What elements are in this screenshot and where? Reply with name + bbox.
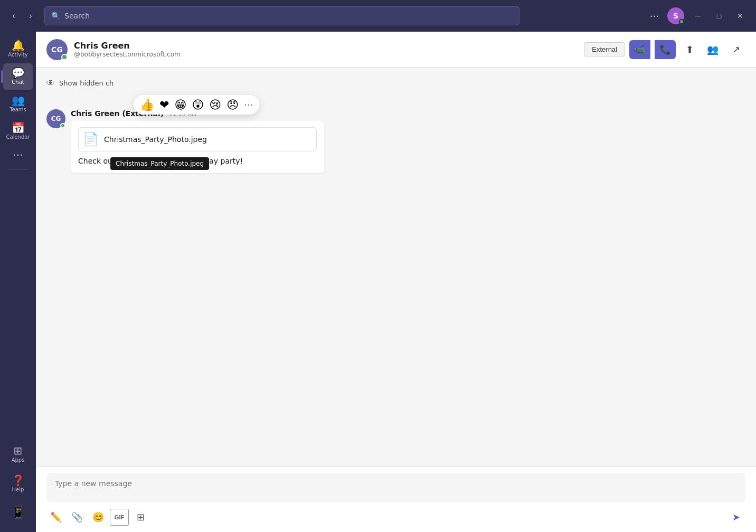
- hidden-chats-text: Show hidden ch: [59, 79, 114, 87]
- sidebar-item-calendar[interactable]: 📅 Calendar: [3, 118, 33, 145]
- hidden-chats-bar[interactable]: 👁 Show hidden ch: [46, 78, 745, 88]
- sidebar-item-more[interactable]: ···: [3, 146, 33, 165]
- contact-info: Chris Green @bobbyrsectest.onmicrosoft.c…: [74, 41, 578, 58]
- apps-icon: ⊞: [14, 445, 23, 456]
- app-body: 🔔 Activity 💬 Chat 👥 Teams 📅 Calendar ···…: [0, 32, 756, 532]
- message-bubble: 📄 Christmas_Party_Photo.jpeg Christmas_P…: [71, 121, 324, 173]
- sidebar-item-apps[interactable]: ⊞ Apps: [3, 441, 33, 468]
- file-icon: 📄: [83, 132, 99, 147]
- message-online-dot: [60, 123, 65, 128]
- online-indicator: [679, 19, 684, 24]
- file-name: Christmas_Party_Photo.jpeg: [104, 135, 207, 144]
- more-options-button[interactable]: ···: [646, 8, 663, 24]
- popout-button[interactable]: ↗: [726, 40, 745, 59]
- calendar-icon: 📅: [12, 122, 25, 133]
- teams-icon: 👥: [12, 95, 25, 106]
- compose-area: ✏️ 📎 😊 GIF ⊞ ➤: [36, 466, 756, 532]
- add-people-button[interactable]: 👥: [703, 40, 722, 59]
- emoji-angry[interactable]: 😠: [226, 98, 239, 111]
- sidebar-label-apps: Apps: [12, 457, 25, 463]
- emoji-heart[interactable]: ❤️: [159, 98, 169, 111]
- window-controls: ─ □ ✕: [688, 8, 750, 23]
- contact-avatar: CG: [46, 39, 68, 60]
- close-button[interactable]: ✕: [731, 8, 750, 23]
- sidebar-label-calendar: Calendar: [6, 134, 30, 140]
- sidebar-label-teams: Teams: [10, 107, 26, 113]
- attach-button[interactable]: 📎: [68, 509, 87, 526]
- chat-icon: 💬: [12, 68, 25, 78]
- message-avatar: CG: [46, 109, 65, 128]
- file-attachment[interactable]: 📄 Christmas_Party_Photo.jpeg Christmas_P…: [78, 127, 317, 151]
- contact-name: Chris Green: [74, 41, 578, 51]
- emoji-laugh[interactable]: 😁: [174, 98, 186, 111]
- nav-arrows: ‹ ›: [6, 8, 38, 23]
- back-button[interactable]: ‹: [6, 8, 21, 23]
- help-icon: ❓: [12, 475, 25, 486]
- title-bar-right: ··· S ─ □ ✕: [646, 7, 750, 24]
- header-actions: External 📹 📞 ⬆ 👥 ↗: [584, 40, 745, 59]
- forward-button[interactable]: ›: [23, 8, 38, 23]
- user-avatar[interactable]: S: [667, 7, 684, 24]
- message-wrapper: CG Chris Green (External) 11:19 AM 📄 Chr…: [46, 109, 745, 173]
- format-button[interactable]: ✏️: [46, 509, 65, 526]
- audio-call-button[interactable]: 📞: [655, 40, 676, 59]
- chat-area: CG Chris Green @bobbyrsectest.onmicrosof…: [36, 32, 756, 532]
- gif-button[interactable]: GIF: [110, 509, 129, 526]
- sidebar-item-help[interactable]: ❓ Help: [3, 471, 33, 497]
- eye-icon: 👁: [46, 78, 55, 88]
- compose-toolbar: ✏️ 📎 😊 GIF ⊞ ➤: [46, 505, 745, 526]
- file-tooltip: Christmas_Party_Photo.jpeg: [110, 157, 209, 170]
- search-bar[interactable]: 🔍 Search: [44, 6, 519, 25]
- send-button[interactable]: ➤: [726, 509, 745, 526]
- minimize-button[interactable]: ─: [688, 8, 707, 23]
- contact-online-dot: [61, 54, 68, 60]
- sticker-button[interactable]: ⊞: [131, 509, 150, 526]
- sidebar-item-teams[interactable]: 👥 Teams: [3, 91, 33, 117]
- emoji-button[interactable]: 😊: [89, 509, 108, 526]
- sidebar-item-chat[interactable]: 💬 Chat: [3, 63, 33, 90]
- emoji-more-button[interactable]: ···: [244, 99, 253, 110]
- emoji-reaction-bar: 👍 ❤️ 😁 😲 😢 😠 ···: [134, 95, 259, 115]
- share-screen-button[interactable]: ⬆: [680, 40, 699, 59]
- sidebar-label-help: Help: [12, 487, 24, 493]
- sidebar-bottom: ⊞ Apps ❓ Help 📱: [3, 441, 33, 528]
- sidebar-label-activity: Activity: [8, 52, 27, 58]
- search-icon: 🔍: [51, 12, 60, 20]
- phone-dock-icon[interactable]: 📱: [3, 500, 33, 524]
- more-icon: ···: [13, 150, 23, 160]
- title-bar: ‹ › 🔍 Search ··· S ─ □ ✕: [0, 0, 756, 32]
- emoji-surprise[interactable]: 😲: [192, 98, 204, 111]
- emoji-thumbsup[interactable]: 👍: [140, 98, 154, 111]
- contact-email: @bobbyrsectest.onmicrosoft.com: [74, 51, 578, 58]
- sidebar: 🔔 Activity 💬 Chat 👥 Teams 📅 Calendar ···…: [0, 32, 36, 532]
- emoji-sad[interactable]: 😢: [209, 98, 221, 111]
- compose-input[interactable]: [46, 473, 745, 502]
- sidebar-divider: [8, 169, 27, 169]
- video-call-button[interactable]: 📹: [629, 40, 650, 59]
- external-badge[interactable]: External: [584, 42, 625, 56]
- message-content: Chris Green (External) 11:19 AM 📄 Christ…: [71, 109, 745, 173]
- sidebar-item-activity[interactable]: 🔔 Activity: [3, 36, 33, 62]
- maximize-button[interactable]: □: [710, 8, 729, 23]
- activity-icon: 🔔: [12, 40, 25, 51]
- search-input[interactable]: Search: [64, 12, 513, 20]
- messages-area: 👁 Show hidden ch 👍 ❤️ 😁 😲 😢 😠 ··· CG: [36, 68, 756, 466]
- chat-header: CG Chris Green @bobbyrsectest.onmicrosof…: [36, 32, 756, 68]
- sidebar-label-chat: Chat: [12, 79, 24, 86]
